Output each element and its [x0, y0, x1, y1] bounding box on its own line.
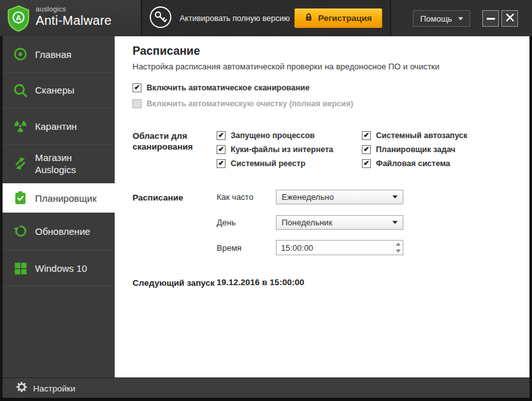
- lock-icon: [305, 13, 313, 24]
- key-icon: [149, 6, 172, 31]
- register-label: Регистрация: [318, 13, 371, 23]
- sidebar-item-scheduler[interactable]: Планировщик: [3, 183, 115, 213]
- time-input[interactable]: [277, 241, 393, 255]
- sidebar-item-windows10[interactable]: Windows 10: [3, 250, 115, 286]
- window-bottom-border: [0, 398, 532, 401]
- swap-arrows-icon: [12, 156, 29, 171]
- day-select[interactable]: Понедельник: [276, 215, 403, 230]
- scan-area-cookies[interactable]: ✔ Куки-файлы из интернета: [217, 144, 333, 155]
- page-subtitle: Настройка расписания автоматической пров…: [133, 62, 440, 71]
- chevron-down-icon: [392, 195, 398, 199]
- scan-area-registry[interactable]: ✔ Системный реестр: [217, 158, 305, 169]
- sidebar-item-label: Карантин: [35, 121, 77, 132]
- titlebar-controls: Помощь: [391, 0, 532, 36]
- sidebar-item-home[interactable]: Главная: [3, 36, 115, 73]
- sidebar-item-label: Планировщик: [35, 193, 96, 204]
- sidebar-item-label: Windows 10: [35, 263, 87, 274]
- brand-name-small: auslogics: [36, 5, 111, 13]
- sidebar-item-label: Главная: [35, 49, 71, 60]
- magnifier-icon: [12, 83, 29, 98]
- time-label: Время: [217, 243, 241, 253]
- register-button[interactable]: Регистрация: [294, 8, 382, 28]
- page-title: Расписание: [133, 45, 200, 58]
- checkbox-registry[interactable]: ✔: [217, 159, 226, 168]
- title-bar: A auslogics Anti-Malware: [0, 0, 532, 36]
- target-icon: [12, 46, 29, 62]
- spinner-down-button[interactable]: [394, 248, 403, 255]
- auslogics-shield-logo-icon: A: [6, 5, 31, 34]
- toggle-auto-clean-label: Включить автоматическую очистку (полная …: [147, 99, 353, 108]
- settings-label: Настройки: [33, 384, 75, 393]
- sidebar-item-scanners[interactable]: Сканеры: [3, 73, 115, 108]
- sidebar-item-label: Магазин Auslogics: [35, 151, 76, 176]
- checkbox-auto-clean: [133, 99, 141, 108]
- sidebar-item-update[interactable]: Обновление: [3, 213, 115, 250]
- time-spinner[interactable]: [393, 241, 403, 255]
- radiation-icon: [12, 118, 29, 134]
- footer-bar: Настройки: [3, 377, 529, 398]
- sidebar-item-quarantine[interactable]: Карантин: [3, 108, 115, 144]
- next-run-value: 19.12.2016 в 15:00:00: [217, 278, 304, 287]
- chevron-down-icon: [392, 221, 398, 224]
- scan-area-label: Системный реестр: [231, 159, 305, 168]
- day-label: День: [217, 218, 236, 227]
- scan-area-label: Куки-файлы из интернета: [231, 145, 333, 154]
- scan-area-filesystem[interactable]: ✔ Файловая система: [362, 158, 450, 169]
- scan-area-label: Запущено процессов: [231, 131, 315, 140]
- scan-area-label: Планировщик задач: [376, 145, 456, 154]
- brand-text: auslogics Anti-Malware: [36, 5, 111, 28]
- toggle-auto-clean: Включить автоматическую очистку (полная …: [133, 99, 353, 109]
- checkbox-cookies[interactable]: ✔: [217, 145, 226, 154]
- help-menu-button[interactable]: Помощь: [413, 10, 470, 27]
- schedule-section-label: Расписание: [133, 192, 183, 203]
- help-label: Помощь: [420, 14, 452, 24]
- checkbox-task-scheduler[interactable]: ✔: [362, 145, 371, 154]
- toggle-auto-scan-label: Включить автоматическое сканирование: [147, 83, 310, 92]
- close-button[interactable]: [501, 10, 518, 27]
- gear-icon: [16, 381, 27, 395]
- frequency-select[interactable]: Еженедельно: [276, 190, 403, 204]
- chevron-down-icon: [458, 17, 463, 20]
- scan-areas-label: Области для сканирования: [133, 130, 209, 152]
- checkbox-filesystem[interactable]: ✔: [362, 159, 371, 168]
- scan-area-label: Системный автозапуск: [376, 131, 468, 140]
- checkbox-autostart[interactable]: ✔: [362, 131, 371, 140]
- app-window: A auslogics Anti-Malware: [0, 0, 532, 401]
- toggle-auto-scan[interactable]: ✔ Включить автоматическое сканирование: [133, 83, 310, 93]
- sidebar: Главная Сканеры Карантин: [3, 36, 115, 377]
- brand-name-large: Anti-Malware: [36, 13, 111, 28]
- scan-area-label: Файловая система: [376, 159, 450, 168]
- scan-area-task-scheduler[interactable]: ✔ Планировщик задач: [362, 144, 456, 155]
- scan-area-processes[interactable]: ✔ Запущено процессов: [217, 130, 315, 141]
- scheduler-page: Расписание Настройка расписания автомати…: [115, 36, 529, 377]
- scheduler-check-icon: [12, 190, 29, 206]
- sidebar-item-label: Обновление: [35, 226, 90, 237]
- activate-area: Активировать полную версию Регистрация: [142, 0, 390, 36]
- refresh-icon: [12, 223, 29, 239]
- close-icon: [505, 13, 515, 25]
- time-field: [276, 240, 403, 255]
- sidebar-item-label: Сканеры: [35, 85, 75, 95]
- next-run-label: Следующий запуск: [133, 278, 215, 288]
- frequency-label: Как часто: [217, 192, 254, 202]
- activate-label: Активировать полную версию: [180, 14, 290, 23]
- spinner-up-button[interactable]: [394, 241, 403, 248]
- settings-button[interactable]: Настройки: [16, 378, 75, 398]
- checkbox-auto-scan[interactable]: ✔: [133, 83, 141, 92]
- frequency-value: Еженедельно: [282, 192, 334, 202]
- sidebar-filler: [3, 286, 115, 377]
- minimize-icon: [487, 18, 495, 20]
- minimize-button[interactable]: [482, 10, 499, 27]
- spinner-up-icon: [396, 243, 401, 246]
- checkbox-processes[interactable]: ✔: [217, 131, 226, 140]
- windows-logo-icon: [12, 261, 29, 275]
- svg-text:A: A: [16, 14, 22, 22]
- brand-area: A auslogics Anti-Malware: [0, 0, 141, 36]
- scan-area-autostart[interactable]: ✔ Системный автозапуск: [362, 130, 468, 141]
- spinner-down-icon: [396, 250, 401, 253]
- day-value: Понедельник: [282, 218, 333, 227]
- activate-full-version-button[interactable]: Активировать полную версию: [149, 0, 290, 36]
- sidebar-item-store[interactable]: Магазин Auslogics: [3, 144, 115, 183]
